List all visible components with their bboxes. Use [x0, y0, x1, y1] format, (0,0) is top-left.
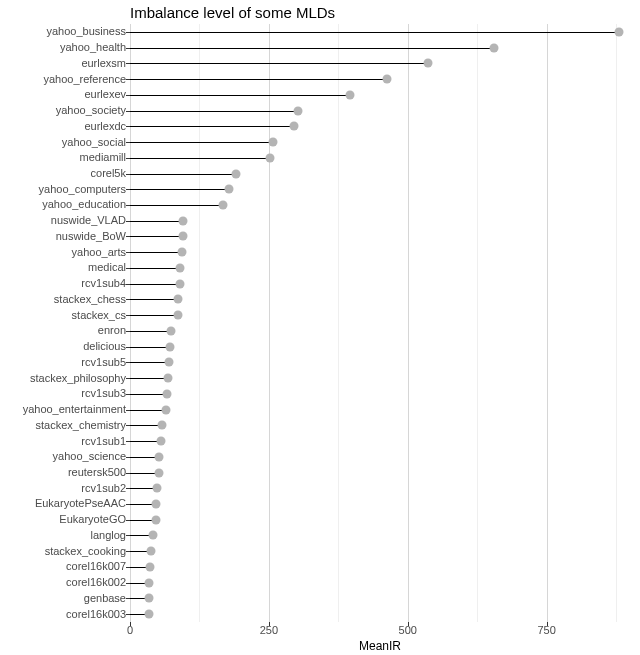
x-tick-mark	[408, 622, 409, 626]
lollipop-dot	[158, 421, 167, 430]
lollipop-dot	[489, 43, 498, 52]
lollipop-stem	[130, 252, 182, 253]
y-tick-mark	[126, 126, 130, 127]
plot-area	[130, 24, 630, 622]
y-tick-label: yahoo_arts	[6, 247, 126, 258]
y-tick-mark	[126, 315, 130, 316]
lollipop-stem	[130, 174, 236, 175]
y-tick-mark	[126, 520, 130, 521]
y-tick-mark	[126, 504, 130, 505]
y-tick-label: corel16k003	[6, 609, 126, 620]
lollipop-stem	[130, 315, 178, 316]
y-tick-mark	[126, 221, 130, 222]
y-tick-label: medical	[6, 262, 126, 273]
y-tick-mark	[126, 142, 130, 143]
lollipop-dot	[231, 169, 240, 178]
y-tick-label: nuswide_BoW	[6, 231, 126, 242]
y-tick-mark	[126, 299, 130, 300]
lollipop-dot	[178, 232, 187, 241]
y-tick-mark	[126, 394, 130, 395]
y-tick-mark	[126, 174, 130, 175]
x-tick-mark	[269, 622, 270, 626]
gridline	[408, 24, 409, 622]
y-tick-label: yahoo_society	[6, 105, 126, 116]
lollipop-dot	[163, 374, 172, 383]
lollipop-dot	[224, 185, 233, 194]
y-tick-mark	[126, 583, 130, 584]
lollipop-stem	[130, 236, 183, 237]
lollipop-stem	[130, 126, 294, 127]
gridline	[547, 24, 548, 622]
y-tick-label: stackex_chess	[6, 294, 126, 305]
lollipop-dot	[176, 279, 185, 288]
lollipop-dot	[144, 610, 153, 619]
y-tick-mark	[126, 488, 130, 489]
lollipop-stem	[130, 63, 428, 64]
y-tick-label: yahoo_reference	[6, 74, 126, 85]
y-tick-mark	[126, 205, 130, 206]
y-tick-mark	[126, 425, 130, 426]
y-tick-label: nuswide_VLAD	[6, 215, 126, 226]
y-tick-mark	[126, 457, 130, 458]
chart-title: Imbalance level of some MLDs	[130, 4, 335, 21]
lollipop-dot	[145, 578, 154, 587]
lollipop-stem	[130, 79, 387, 80]
lollipop-chart: Imbalance level of some MLDs MeanIR 0250…	[0, 0, 640, 655]
lollipop-stem	[130, 221, 183, 222]
lollipop-dot	[152, 484, 161, 493]
gridline-minor	[199, 24, 200, 622]
lollipop-stem	[130, 158, 270, 159]
lollipop-dot	[146, 562, 155, 571]
y-tick-label: stackex_cooking	[6, 546, 126, 557]
y-tick-mark	[126, 63, 130, 64]
lollipop-dot	[162, 389, 171, 398]
y-tick-label: rcv1sub1	[6, 436, 126, 447]
lollipop-dot	[147, 547, 156, 556]
lollipop-dot	[294, 106, 303, 115]
y-tick-label: genbase	[6, 593, 126, 604]
y-tick-label: eurlexev	[6, 89, 126, 100]
y-tick-label: corel16k002	[6, 577, 126, 588]
x-tick-mark	[547, 622, 548, 626]
y-tick-mark	[126, 189, 130, 190]
lollipop-dot	[178, 248, 187, 257]
lollipop-stem	[130, 268, 180, 269]
lollipop-dot	[289, 122, 298, 131]
gridline-minor	[477, 24, 478, 622]
y-tick-mark	[126, 378, 130, 379]
lollipop-dot	[151, 499, 160, 508]
y-tick-mark	[126, 410, 130, 411]
y-tick-mark	[126, 598, 130, 599]
y-tick-label: yahoo_computers	[6, 184, 126, 195]
lollipop-dot	[164, 358, 173, 367]
y-tick-mark	[126, 252, 130, 253]
y-tick-label: delicious	[6, 341, 126, 352]
y-tick-label: reutersk500	[6, 467, 126, 478]
y-tick-label: stackex_chemistry	[6, 420, 126, 431]
lollipop-stem	[130, 95, 350, 96]
y-tick-mark	[126, 473, 130, 474]
lollipop-dot	[219, 200, 228, 209]
y-tick-mark	[126, 362, 130, 363]
y-tick-mark	[126, 331, 130, 332]
y-tick-label: rcv1sub4	[6, 278, 126, 289]
y-tick-label: EukaryotePseAAC	[6, 498, 126, 509]
y-tick-label: yahoo_social	[6, 137, 126, 148]
y-tick-label: enron	[6, 325, 126, 336]
lollipop-dot	[154, 452, 163, 461]
y-tick-mark	[126, 284, 130, 285]
y-tick-label: langlog	[6, 530, 126, 541]
x-axis-title: MeanIR	[130, 639, 630, 653]
lollipop-dot	[151, 515, 160, 524]
y-tick-mark	[126, 268, 130, 269]
lollipop-stem	[130, 378, 168, 379]
y-tick-label: rcv1sub2	[6, 483, 126, 494]
lollipop-dot	[156, 437, 165, 446]
y-tick-mark	[126, 347, 130, 348]
y-tick-label: yahoo_business	[6, 26, 126, 37]
y-tick-mark	[126, 79, 130, 80]
y-tick-label: corel5k	[6, 168, 126, 179]
y-tick-label: eurlexsm	[6, 58, 126, 69]
y-tick-mark	[126, 535, 130, 536]
y-tick-label: stackex_philosophy	[6, 373, 126, 384]
